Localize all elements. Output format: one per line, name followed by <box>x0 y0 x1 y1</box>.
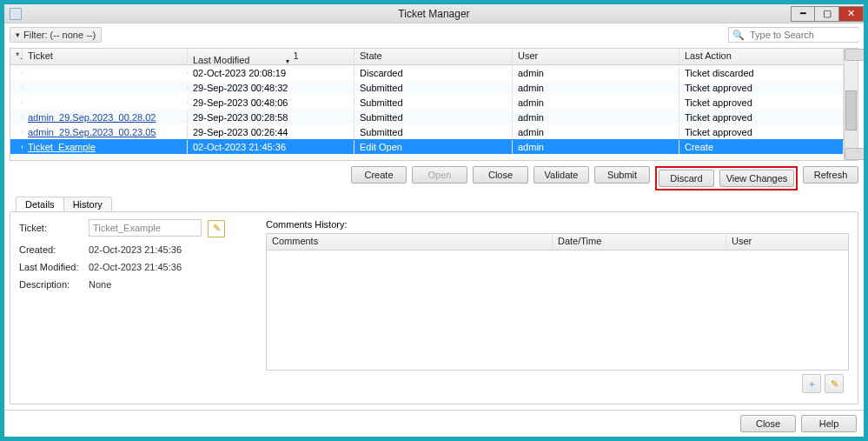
filter-label: Filter: (-- none --) <box>23 30 96 40</box>
pencil-icon: ✎ <box>213 223 221 234</box>
table-row[interactable]: Ticket_Example02-Oct-2023 21:45:36Edit O… <box>10 139 844 154</box>
col-c-user[interactable]: User <box>726 234 848 250</box>
description-label: Description: <box>19 279 89 290</box>
window: Ticket Manager ━ ▢ ✕ ▾ Filter: (-- none … <box>3 3 865 438</box>
filter-dropdown[interactable]: ▾ Filter: (-- none --) <box>10 27 102 43</box>
search-icon: 🔍 <box>732 30 745 41</box>
help-button[interactable]: Help <box>801 415 857 432</box>
view-changes-button[interactable]: View Changes <box>719 170 794 187</box>
col-comments[interactable]: Comments <box>267 234 553 250</box>
table-row[interactable]: admin_29.Sep.2023_00.28.0229-Sep-2023 00… <box>10 110 844 124</box>
titlebar: Ticket Manager ━ ▢ ✕ <box>4 4 864 23</box>
created-value: 02-Oct-2023 21:45:36 <box>89 244 245 255</box>
table-row[interactable]: 29-Sep-2023 00:48:32SubmittedadminTicket… <box>10 80 844 95</box>
scroll-up-button[interactable] <box>845 49 864 61</box>
details-panel: Details History Ticket: ✎ Created: 02-Oc… <box>10 211 858 404</box>
minimize-button[interactable]: ━ <box>791 6 815 22</box>
window-title: Ticket Manager <box>4 8 864 20</box>
sort-desc-icon: ▼ <box>284 58 290 64</box>
table-row[interactable]: 02-Oct-2023 20:08:19DiscardedadminTicket… <box>10 65 844 80</box>
edit-comment-button[interactable]: ✎ <box>825 374 844 393</box>
row-selector-header[interactable]: * <box>10 49 23 64</box>
modified-label: Last Modified: <box>19 262 89 272</box>
created-label: Created: <box>19 244 89 255</box>
dialog-close-button[interactable]: Close <box>740 415 796 432</box>
action-toolbar: Create Open Close Validate Submit Discar… <box>10 166 858 190</box>
description-value: None <box>89 279 245 290</box>
search-input[interactable] <box>748 29 864 41</box>
comments-grid: Comments Date/Time User <box>266 233 849 371</box>
ticket-grid: * Ticket Last Modified▼ 1 State User Las… <box>10 48 858 161</box>
highlight-box: Discard View Changes <box>655 166 798 190</box>
plus-icon: ＋ <box>807 378 817 391</box>
add-comment-button[interactable]: ＋ <box>802 374 821 393</box>
ticket-label: Ticket: <box>19 223 89 233</box>
refresh-button[interactable]: Refresh <box>803 166 858 184</box>
discard-button[interactable]: Discard <box>659 170 714 187</box>
col-last-action[interactable]: Last Action <box>679 49 844 64</box>
pencil-icon: ✎ <box>831 378 838 390</box>
close-window-button[interactable]: ✕ <box>839 6 864 22</box>
app-icon <box>10 8 22 20</box>
edit-ticket-button[interactable]: ✎ <box>208 220 225 237</box>
search-box[interactable]: 🔍 <box>728 27 858 43</box>
col-datetime[interactable]: Date/Time <box>553 234 726 250</box>
tab-details[interactable]: Details <box>16 197 64 211</box>
col-ticket[interactable]: Ticket <box>23 49 188 64</box>
col-user[interactable]: User <box>513 49 679 64</box>
grid-header: * Ticket Last Modified▼ 1 State User Las… <box>10 49 844 65</box>
col-state[interactable]: State <box>354 49 513 64</box>
maximize-button[interactable]: ▢ <box>815 6 839 22</box>
chevron-down-icon: ▾ <box>16 30 20 39</box>
dialog-footer: Close Help <box>4 410 864 437</box>
table-row[interactable]: admin_29.Sep.2023_00.23.0529-Sep-2023 00… <box>10 124 844 139</box>
open-button[interactable]: Open <box>412 166 467 184</box>
close-button[interactable]: Close <box>473 166 528 184</box>
modified-value: 02-Oct-2023 21:45:36 <box>89 262 245 272</box>
comments-title: Comments History: <box>266 219 849 230</box>
ticket-name-input[interactable] <box>89 219 202 237</box>
ticket-link[interactable]: Ticket_Example <box>28 142 96 152</box>
scroll-down-button[interactable] <box>845 148 864 160</box>
create-button[interactable]: Create <box>351 166 407 184</box>
ticket-link[interactable]: admin_29.Sep.2023_00.23.05 <box>28 127 156 137</box>
tab-history[interactable]: History <box>63 197 112 211</box>
submit-button[interactable]: Submit <box>594 166 650 184</box>
ticket-link[interactable]: admin_29.Sep.2023_00.28.02 <box>28 112 156 123</box>
table-row[interactable]: 29-Sep-2023 00:48:06SubmittedadminTicket… <box>10 95 844 110</box>
scroll-thumb[interactable] <box>845 90 857 130</box>
validate-button[interactable]: Validate <box>533 166 589 184</box>
vertical-scrollbar[interactable] <box>844 49 858 160</box>
col-last-modified[interactable]: Last Modified▼ 1 <box>188 49 354 64</box>
